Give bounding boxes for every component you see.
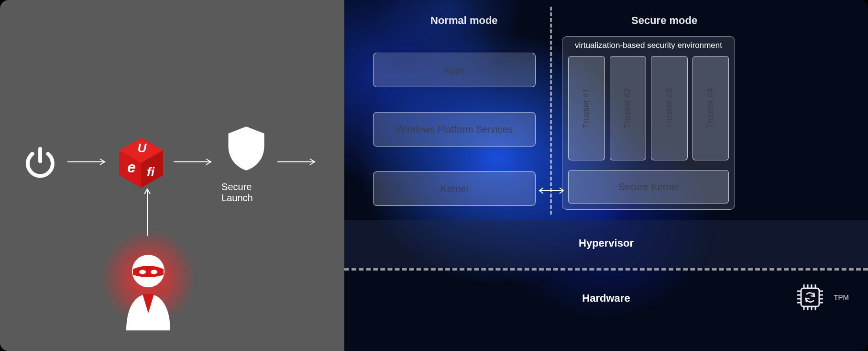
trustlet-4: Trustlet #4 bbox=[692, 56, 729, 160]
boot-flow: U e fi Secure Launch bbox=[19, 129, 325, 196]
boot-flow-panel: U e fi Secure Launch bbox=[0, 0, 344, 351]
svg-text:U: U bbox=[138, 141, 147, 155]
svg-point-12 bbox=[151, 270, 157, 274]
attacker-icon bbox=[96, 230, 201, 345]
svg-text:e: e bbox=[127, 159, 136, 176]
svg-point-11 bbox=[139, 270, 146, 274]
hardware-label: Hardware bbox=[344, 292, 868, 305]
secure-launch-label: Secure Launch bbox=[221, 181, 271, 204]
arrow-icon bbox=[276, 157, 319, 169]
arrow-icon bbox=[66, 157, 110, 169]
trustlet-row: Trustlet #1 Trustlet #2 Trustlet #3 Trus… bbox=[568, 56, 729, 160]
uefi-icon: U e fi bbox=[115, 135, 167, 191]
trustlet-2: Trustlet #2 bbox=[610, 56, 647, 160]
tpm-label: TPM bbox=[834, 293, 849, 301]
mode-divider bbox=[550, 7, 552, 215]
trustlet-3: Trustlet #3 bbox=[651, 56, 688, 160]
arrow-icon bbox=[173, 157, 216, 169]
secure-launch-icon: Secure Launch bbox=[221, 122, 271, 204]
svg-rect-14 bbox=[801, 288, 819, 306]
kernel-link-arrow-icon bbox=[537, 186, 566, 197]
apps-box: Apps bbox=[373, 53, 536, 87]
power-icon bbox=[19, 144, 61, 181]
hypervisor-label: Hypervisor bbox=[344, 237, 868, 249]
kernel-box: Kernel bbox=[373, 171, 536, 206]
diagram-root: U e fi Secure Launch bbox=[0, 0, 868, 351]
svg-text:fi: fi bbox=[147, 165, 155, 179]
trustlet-1: Trustlet #1 bbox=[568, 56, 605, 160]
hw-divider bbox=[344, 268, 868, 271]
vbs-title: virtualization-based security environmen… bbox=[562, 37, 735, 53]
secure-kernel-box: Secure Kernel bbox=[568, 170, 729, 204]
tpm-chip-icon bbox=[795, 283, 825, 314]
wps-box: Windows Platform Services bbox=[373, 112, 536, 147]
vbs-environment: virtualization-based security environmen… bbox=[562, 36, 735, 210]
architecture-panel: Normal mode Secure mode Apps Windows Pla… bbox=[344, 0, 868, 351]
secure-mode-header: Secure mode bbox=[631, 14, 697, 27]
normal-mode-header: Normal mode bbox=[430, 14, 498, 27]
